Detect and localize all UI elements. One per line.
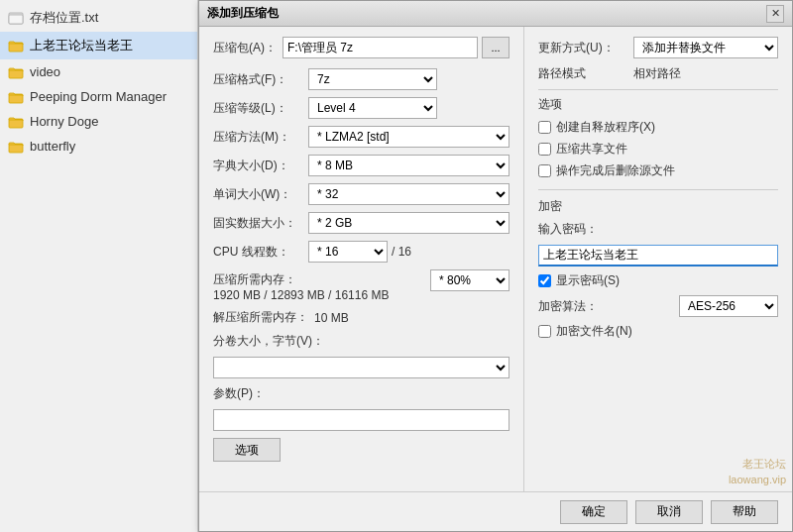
encrypt-filename-row: 加密文件名(N) [538, 323, 778, 340]
level-select[interactable]: Level 4 [308, 97, 437, 119]
watermark-line1: 老王论坛 [742, 458, 786, 470]
svg-rect-1 [9, 15, 23, 24]
solid-label: 固实数据大小： [213, 215, 302, 232]
opt1-row: 创建自释放程序(X) [538, 119, 778, 136]
dialog-title: 添加到压缩包 [207, 5, 279, 22]
comp-mem-row: 压缩所需内存： 1920 MB / 12893 MB / 16116 MB * … [213, 269, 510, 302]
sidebar-item-butterfly[interactable]: butterfly [0, 134, 197, 159]
archive-path-row: 压缩包(A)： ... [213, 37, 510, 58]
sidebar-item-horny-doge[interactable]: Horny Doge [0, 109, 197, 134]
sidebar-item-label: Peeping Dorm Manager [30, 89, 167, 104]
folder-icon-video [8, 65, 24, 79]
encrypt-filename-label: 加密文件名(N) [556, 323, 632, 340]
comp-mem-value: 1920 MB / 12893 MB / 16116 MB [213, 288, 389, 302]
encrypt-section: 加密 输入密码： 显示密码(S) 加密算法： AES-256 [538, 189, 778, 340]
split-input-row [213, 357, 510, 378]
format-label: 压缩格式(F)： [213, 71, 302, 88]
opt2-row: 压缩共享文件 [538, 141, 778, 158]
comp-mem-label: 压缩所需内存： 1920 MB / 12893 MB / 16116 MB [213, 269, 389, 302]
dialog-right-panel: 更新方式(U)： 添加并替换文件 路径模式 相对路径 选项 创建自释放程序(X) [524, 27, 792, 531]
sidebar-item-label: 存档位置.txt [30, 9, 98, 27]
options-divider [538, 89, 778, 90]
help-button[interactable]: 帮助 [711, 500, 778, 524]
sidebar-item-file-location[interactable]: 存档位置.txt [0, 4, 197, 32]
word-row: 单词大小(W)： * 32 [213, 183, 510, 205]
archive-path-input[interactable] [283, 37, 478, 58]
params-input-row [213, 409, 510, 431]
split-select[interactable] [213, 357, 510, 378]
password-label: 输入密码： [538, 221, 627, 238]
solid-row: 固实数据大小： * 2 GB [213, 212, 510, 234]
split-label: 分卷大小，字节(V)： [213, 333, 324, 350]
algo-row: 加密算法： AES-256 [538, 295, 778, 317]
opt3-row: 操作完成后删除源文件 [538, 162, 778, 179]
archive-path-group: ... [283, 37, 510, 58]
password-input[interactable] [538, 245, 778, 266]
word-select[interactable]: * 32 [308, 183, 510, 205]
opt2-checkbox[interactable] [538, 143, 551, 156]
options-section-title: 选项 [538, 96, 778, 113]
sidebar: 存档位置.txt 上老王论坛当老王 video Peeping Dorm Man… [0, 0, 198, 532]
opt3-checkbox[interactable] [538, 164, 551, 177]
update-select[interactable]: 添加并替换文件 [633, 37, 778, 58]
dialog-footer: 确定 取消 帮助 [199, 491, 792, 531]
format-row: 压缩格式(F)： 7z [213, 68, 510, 90]
path-mode-label: 路径模式 [538, 65, 627, 82]
word-label: 单词大小(W)： [213, 186, 302, 203]
opt1-checkbox[interactable] [538, 121, 551, 134]
cpu-controls: * 16 / 16 [308, 241, 411, 263]
level-row: 压缩等级(L)： Level 4 [213, 97, 510, 119]
watermark-line2: laowang.vip [729, 474, 786, 485]
folder-icon-horny-doge [8, 115, 24, 129]
opt2-label: 压缩共享文件 [556, 141, 627, 158]
encrypt-section-title: 加密 [538, 198, 778, 215]
show-password-row: 显示密码(S) [538, 272, 778, 289]
options-button[interactable]: 选项 [213, 438, 281, 462]
sidebar-item-peeping-dorm[interactable]: Peeping Dorm Manager [0, 84, 197, 109]
solid-select[interactable]: * 2 GB [308, 212, 510, 234]
sidebar-item-video[interactable]: video [0, 59, 197, 84]
sidebar-item-label: Horny Doge [30, 114, 98, 129]
method-select[interactable]: * LZMA2 [std] [308, 126, 510, 148]
browse-button[interactable]: ... [482, 37, 510, 58]
folder-icon-butterfly [8, 140, 24, 154]
mem-pct-select[interactable]: * 80% [430, 269, 510, 291]
split-row: 分卷大小，字节(V)： [213, 333, 510, 350]
dict-select[interactable]: * 8 MB [308, 155, 510, 176]
show-password-checkbox[interactable] [538, 274, 551, 287]
encrypt-filename-checkbox[interactable] [538, 325, 551, 338]
opt1-label: 创建自释放程序(X) [556, 119, 655, 136]
format-select[interactable]: 7z [308, 68, 437, 90]
algo-select[interactable]: AES-256 [679, 295, 778, 317]
params-label: 参数(P)： [213, 385, 302, 402]
ok-button[interactable]: 确定 [560, 500, 627, 524]
password-label-row: 输入密码： [538, 221, 778, 238]
params-input[interactable] [213, 409, 510, 431]
password-input-row [538, 245, 778, 266]
file-icon [8, 11, 24, 25]
close-button[interactable]: ✕ [766, 5, 784, 23]
params-row: 参数(P)： [213, 385, 510, 402]
sidebar-item-label: 上老王论坛当老王 [30, 37, 133, 54]
opt3-label: 操作完成后删除源文件 [556, 162, 675, 179]
archive-label: 压缩包(A)： [213, 40, 277, 56]
cpu-row: CPU 线程数： * 16 / 16 [213, 241, 510, 263]
update-row: 更新方式(U)： 添加并替换文件 [538, 37, 778, 58]
sidebar-item-laowang[interactable]: 上老王论坛当老王 [0, 32, 197, 59]
path-mode-row: 路径模式 相对路径 [538, 65, 778, 82]
sidebar-item-label: butterfly [30, 139, 75, 154]
cpu-label: CPU 线程数： [213, 244, 302, 261]
algo-label: 加密算法： [538, 298, 627, 315]
level-label: 压缩等级(L)： [213, 100, 302, 117]
cpu-select[interactable]: * 16 [308, 241, 388, 263]
cancel-button[interactable]: 取消 [635, 500, 703, 524]
dialog-body: 压缩包(A)： ... 压缩格式(F)： 7z 压缩等级(L)： [199, 27, 792, 531]
show-password-label: 显示密码(S) [556, 272, 620, 289]
dict-label: 字典大小(D)： [213, 158, 302, 174]
decomp-mem-row: 解压缩所需内存： 10 MB [213, 309, 510, 326]
dict-row: 字典大小(D)： * 8 MB [213, 155, 510, 176]
dialog-container: 添加到压缩包 ✕ 压缩包(A)： ... 压缩格式(F)： 7z [198, 0, 793, 532]
folder-icon-laowang [8, 39, 24, 53]
dialog-left-panel: 压缩包(A)： ... 压缩格式(F)： 7z 压缩等级(L)： [199, 27, 524, 531]
sidebar-item-label: video [30, 64, 60, 79]
